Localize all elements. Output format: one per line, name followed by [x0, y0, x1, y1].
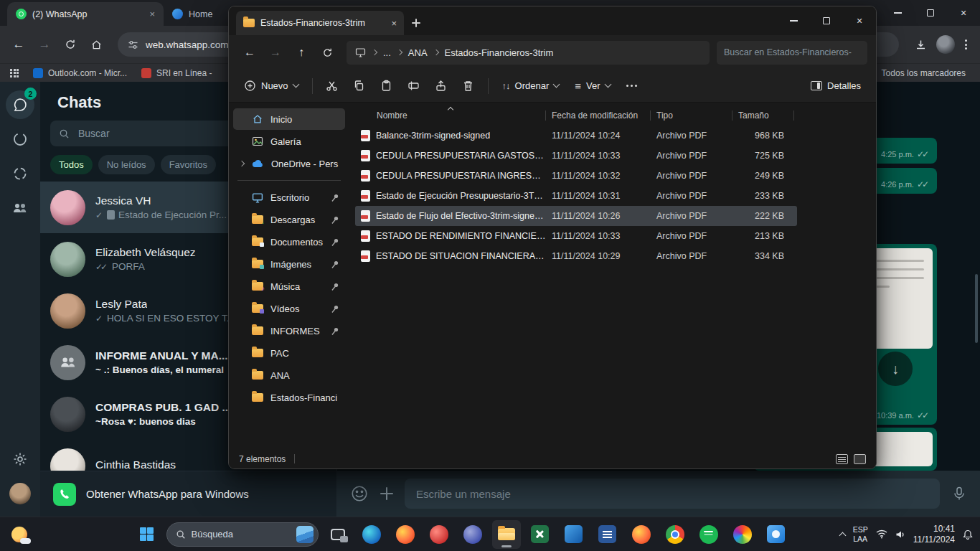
microphone-icon[interactable] [951, 486, 967, 501]
sidebar-item-onedrive[interactable]: OneDrive - Pers [233, 153, 345, 174]
sidebar-item-informes[interactable]: INFORMES [233, 320, 345, 342]
browser-profile-avatar[interactable] [936, 35, 955, 54]
file-row[interactable]: CEDULA PRESUPUESTARIA INGRESO-3TRI... 11… [355, 166, 797, 186]
attach-icon[interactable] [380, 487, 393, 500]
copy-button[interactable] [347, 74, 372, 98]
explorer-search-box[interactable] [717, 41, 867, 65]
taskbar-app-purple[interactable] [458, 520, 487, 549]
file-row[interactable]: ESTADO DE SITUACION FINANCIERA-3tri... 1… [355, 246, 797, 266]
breadcrumb[interactable]: ... ANA Estados-Financieros-3trim [347, 41, 710, 65]
column-header-modified[interactable]: Fecha de modificación [546, 105, 651, 126]
sidebar-item-imagenes[interactable]: Imágenes [233, 253, 345, 275]
taskbar-app-file-explorer[interactable] [492, 520, 521, 549]
sidebar-item-galeria[interactable]: Galería [233, 131, 345, 152]
download-document-button[interactable]: ↓ [878, 352, 913, 386]
filter-no-leidos[interactable]: No leídos [98, 155, 155, 174]
reload-button[interactable] [60, 34, 80, 55]
more-options-button[interactable] [620, 74, 644, 98]
sidebar-item-pac[interactable]: PAC [233, 342, 345, 364]
new-button[interactable]: Nuevo [237, 74, 305, 98]
channels-nav-button[interactable] [6, 159, 34, 188]
cut-button[interactable] [320, 74, 344, 98]
settings-nav-button[interactable] [6, 445, 34, 474]
home-button[interactable] [86, 34, 106, 55]
taskbar-app-blue[interactable] [560, 520, 588, 549]
language-indicator[interactable]: ESP LAA [853, 525, 868, 543]
details-view-toggle-icon[interactable] [836, 454, 848, 464]
taskbar-search[interactable]: Búsqueda [166, 522, 319, 547]
sidebar-item-musica[interactable]: ♪ Música [233, 276, 345, 297]
sort-button[interactable]: ↑↓ Ordenar [496, 74, 566, 98]
taskbar-app-firefox-2[interactable] [627, 520, 656, 549]
browser-minimize-button[interactable] [881, 0, 914, 26]
explorer-maximize-button[interactable] [810, 6, 843, 35]
taskbar-app-edge[interactable] [357, 520, 386, 549]
column-header-type[interactable]: Tipo [651, 105, 732, 126]
taskbar-app-chrome[interactable] [661, 520, 689, 549]
bookmark-sri[interactable]: SRI en Línea - [141, 68, 212, 78]
tab-close-icon[interactable]: × [391, 18, 397, 29]
breadcrumb-parent-folder[interactable]: ANA [408, 47, 428, 58]
explorer-tab[interactable]: Estados-Financieros-3trim × [236, 11, 404, 35]
rename-button[interactable] [402, 74, 426, 98]
taskbar-app-excel[interactable] [526, 520, 555, 549]
file-row-selected[interactable]: Estado de Flujo del Efectivo-3trim-signe… [355, 206, 797, 226]
notifications-bell-icon[interactable] [963, 529, 973, 540]
all-bookmarks-button[interactable]: Todos los marcadores [882, 68, 970, 78]
details-pane-button[interactable]: Detalles [804, 74, 867, 98]
taskbar-app-firefox[interactable] [391, 520, 420, 549]
browser-tab-whatsapp[interactable]: (2) WhatsApp × [7, 2, 164, 26]
delete-button[interactable] [456, 74, 481, 98]
expand-chevron-icon[interactable] [239, 161, 245, 166]
taskbar-app-word[interactable] [593, 520, 622, 549]
view-button[interactable]: ≡ Ver [568, 74, 616, 98]
volume-icon[interactable] [895, 530, 905, 539]
sidebar-item-inicio[interactable]: Inicio [233, 108, 345, 130]
chats-nav-button[interactable]: 2 [6, 90, 34, 119]
message-input[interactable] [405, 479, 940, 509]
task-view-button[interactable] [324, 520, 352, 549]
profile-nav-button[interactable] [6, 479, 34, 508]
browser-close-button[interactable]: × [947, 0, 980, 26]
breadcrumb-ellipsis[interactable]: ... [383, 47, 391, 58]
tab-close-icon[interactable]: × [149, 9, 155, 19]
downloads-button[interactable] [910, 34, 930, 55]
status-nav-button[interactable] [6, 125, 34, 154]
file-row[interactable]: Balance-3trim-signed-signed 11/11/2024 1… [355, 126, 797, 146]
taskbar-app-spotify[interactable] [694, 520, 723, 549]
filter-todos[interactable]: Todos [50, 155, 93, 174]
file-row[interactable]: ESTADO DE RENDIMIENTO FINANCIERO-... 11/… [355, 226, 797, 246]
column-header-size[interactable]: Tamaño [732, 105, 794, 126]
back-button[interactable]: ← [9, 34, 29, 55]
sidebar-item-descargas[interactable]: ↓ Descargas [233, 209, 345, 230]
forward-button[interactable]: → [34, 34, 55, 55]
network-icon[interactable] [876, 529, 887, 539]
taskbar-clock[interactable]: 10:41 11/11/2024 [913, 524, 955, 545]
large-icons-view-toggle-icon[interactable] [854, 454, 866, 464]
apps-grid-icon[interactable] [10, 69, 19, 77]
taskbar-app-colorful[interactable] [728, 520, 757, 549]
widgets-button[interactable] [11, 527, 27, 542]
nav-back-button[interactable]: ← [237, 40, 262, 65]
sidebar-item-ana[interactable]: ANA [233, 364, 345, 386]
explorer-minimize-button[interactable] [777, 6, 810, 35]
sidebar-item-estados-financieros[interactable]: Estados-Financi [233, 387, 345, 408]
sidebar-item-documentos[interactable]: Documentos [233, 231, 345, 253]
browser-menu-button[interactable] [961, 39, 971, 50]
bookmark-outlook[interactable]: Outlook.com - Micr... [33, 68, 127, 78]
share-button[interactable] [429, 74, 453, 98]
browser-maximize-button[interactable] [914, 0, 947, 26]
taskbar-app-red[interactable] [425, 520, 453, 549]
sidebar-item-escritorio[interactable]: Escritorio [233, 187, 345, 208]
paste-button[interactable] [374, 74, 399, 98]
breadcrumb-current-folder[interactable]: Estados-Financieros-3trim [445, 47, 554, 58]
nav-refresh-button[interactable] [315, 40, 339, 65]
nav-up-button[interactable]: ↑ [289, 40, 314, 65]
sidebar-item-videos[interactable]: Vídeos [233, 298, 345, 319]
explorer-search-input[interactable] [724, 47, 860, 57]
communities-nav-button[interactable] [6, 194, 34, 222]
nav-forward-button[interactable]: → [263, 40, 288, 65]
file-row[interactable]: Estado de Ejecución Presupuestario-3TRI.… [355, 186, 797, 206]
get-whatsapp-banner[interactable]: Obtener WhatsApp para Windows [40, 471, 336, 517]
file-row[interactable]: CEDULA PRESUPUESTARIA GASTOS-3TRI... 11/… [355, 146, 797, 166]
